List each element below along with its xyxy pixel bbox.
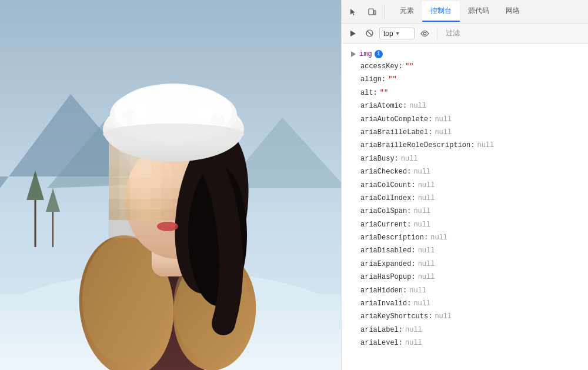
svg-rect-40 [130, 156, 141, 167]
svg-rect-93 [162, 209, 172, 220]
properties-panel[interactable]: img i accessKey: ""align: ""alt: ""ariaA… [342, 44, 588, 370]
prop-key: ariaInvalid [360, 298, 407, 309]
portrait-svg [0, 0, 341, 370]
svg-rect-81 [141, 199, 151, 209]
devtools-panel: 元素 控制台 源代码 网络 top ▼ [341, 0, 588, 370]
prop-value: null [418, 179, 435, 191]
svg-point-112 [158, 222, 177, 228]
node-info-badge[interactable]: i [375, 50, 383, 58]
svg-rect-114 [374, 11, 376, 15]
svg-rect-48 [109, 167, 119, 178]
run-button[interactable] [346, 27, 359, 40]
prop-value: null [418, 258, 435, 270]
node-header[interactable]: img i [342, 48, 588, 60]
devtools-tabs: 元素 控制台 源代码 网络 [392, 1, 583, 22]
table-row: accessKey: "" [342, 60, 588, 73]
svg-rect-38 [109, 156, 119, 167]
prop-colon: : [407, 205, 411, 217]
prop-key: ariaLabel [360, 324, 399, 336]
expand-triangle [351, 51, 356, 57]
prop-key: ariaAutoComplete [360, 114, 428, 125]
svg-point-108 [122, 111, 136, 125]
tab-network[interactable]: 网络 [497, 1, 528, 22]
prop-value: "" [405, 61, 413, 72]
prop-colon: : [411, 271, 415, 283]
svg-rect-79 [119, 199, 130, 209]
svg-point-110 [103, 124, 244, 145]
table-row: alt: "" [342, 86, 588, 99]
prop-key: ariaBrailleLabel [360, 126, 428, 138]
table-row: ariaAtomic: null [342, 99, 588, 112]
svg-rect-72 [151, 188, 162, 199]
tab-console[interactable]: 控制台 [422, 1, 460, 22]
table-row: ariaDescription: null [342, 231, 588, 244]
svg-rect-92 [151, 209, 162, 220]
svg-line-117 [368, 31, 372, 35]
prop-value: null [413, 166, 430, 178]
prop-colon: : [428, 126, 432, 138]
table-row: ariaDisabled: null [342, 244, 588, 257]
svg-rect-53 [162, 167, 172, 178]
prop-key: align [360, 74, 382, 85]
prop-key: ariaDescription [360, 232, 424, 244]
table-row: ariaColSpan: null [342, 205, 588, 218]
property-rows: accessKey: ""align: ""alt: ""ariaAtomic:… [342, 60, 588, 350]
prop-key: ariaColCount [360, 179, 411, 191]
table-row: ariaKeyShortcuts: null [342, 310, 588, 323]
eye-icon[interactable] [418, 27, 431, 40]
svg-rect-80 [130, 199, 141, 209]
prop-key: ariaBrailleRoleDescription [360, 139, 470, 151]
prop-key: ariaColIndex [360, 192, 411, 204]
prop-colon: : [428, 311, 432, 322]
prop-colon: : [373, 87, 377, 99]
svg-rect-58 [109, 178, 119, 188]
prop-key: ariaKeyShortcuts [360, 311, 428, 322]
context-selector[interactable]: top ▼ [379, 28, 415, 39]
prop-key: ariaDisabled [360, 245, 411, 256]
svg-rect-62 [151, 178, 162, 188]
svg-rect-51 [141, 167, 151, 178]
prop-value: null [430, 232, 447, 244]
prop-colon: : [399, 61, 403, 72]
prop-value: "" [388, 74, 396, 85]
device-icon[interactable] [365, 5, 379, 19]
prop-key: ariaLevel [360, 337, 399, 349]
table-row: ariaHasPopup: null [342, 271, 588, 284]
svg-rect-63 [162, 178, 172, 188]
prop-key: ariaCurrent [360, 219, 407, 231]
prop-colon: : [403, 285, 407, 296]
prop-colon: : [470, 139, 475, 151]
clear-button[interactable] [363, 27, 376, 40]
tab-elements[interactable]: 元素 [392, 1, 422, 22]
devtools-icon-group [346, 5, 385, 19]
table-row: ariaColCount: null [342, 179, 588, 192]
cursor-icon[interactable] [346, 5, 360, 19]
svg-rect-82 [151, 199, 162, 209]
svg-rect-69 [119, 188, 130, 199]
table-row: ariaColIndex: null [342, 192, 588, 205]
svg-point-118 [423, 32, 426, 34]
table-row: ariaBusy: null [342, 152, 588, 165]
prop-value: null [409, 100, 426, 112]
toolbar-divider [437, 28, 437, 39]
prop-value: null [405, 337, 422, 349]
svg-rect-61 [141, 178, 151, 188]
context-label: top [383, 29, 393, 38]
prop-value: null [435, 114, 452, 125]
table-row: ariaLabel: null [342, 324, 588, 336]
svg-rect-113 [369, 9, 373, 15]
prop-colon: : [407, 166, 411, 178]
svg-rect-78 [109, 199, 119, 209]
prop-key: ariaBusy [360, 153, 395, 165]
table-row: align: "" [342, 73, 588, 86]
tab-sources[interactable]: 源代码 [460, 1, 497, 22]
svg-rect-88 [109, 209, 119, 220]
table-row: ariaInvalid: null [342, 297, 588, 310]
table-row: ariaBrailleLabel: null [342, 126, 588, 139]
prop-value: "" [380, 87, 388, 99]
table-row: ariaChecked: null [342, 165, 588, 178]
svg-rect-68 [109, 188, 119, 199]
prop-value: null [435, 126, 452, 138]
prop-colon: : [411, 192, 415, 204]
table-row: ariaLevel: null [342, 336, 588, 349]
